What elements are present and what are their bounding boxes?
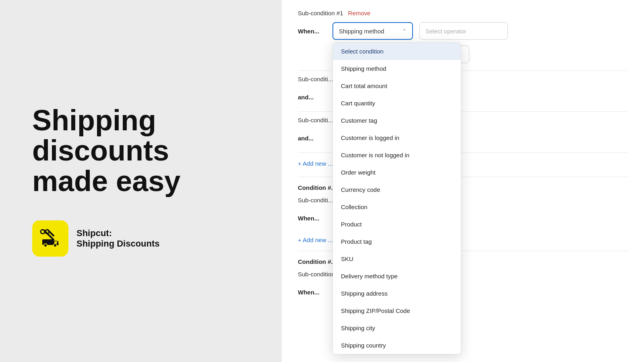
add-new-label-1: + Add new (298, 160, 326, 167)
operator-placeholder: Select operator (425, 28, 466, 35)
svg-rect-8 (54, 241, 57, 243)
dropdown-item-12[interactable]: SKU (333, 250, 461, 267)
dropdown-item-8[interactable]: Currency code (333, 181, 461, 198)
svg-point-3 (45, 230, 49, 234)
dropdown-item-15[interactable]: Shipping ZIP/Postal Code (333, 302, 461, 319)
hero-title: Shipping discounts made easy (32, 105, 180, 197)
dropdown-item-17[interactable]: Shipping country (333, 337, 461, 354)
svg-point-7 (54, 244, 57, 247)
brand-block: Shipcut: Shipping Discounts (32, 220, 160, 257)
brand-svg (38, 226, 62, 251)
dropdown-item-2[interactable]: Cart total amount (333, 77, 461, 95)
when-row-1: When... Shipping method ⌃ Select operato… (298, 22, 628, 40)
subcondition3-text: Sub-conditi... (298, 117, 333, 123)
dropdown-item-9[interactable]: Collection (333, 198, 461, 216)
dropdown-item-14[interactable]: Shipping address (333, 285, 461, 302)
right-panel: Sub-condition #1 Remove When... Shipping… (282, 0, 644, 362)
dropdown-item-1[interactable]: Shipping method (333, 60, 461, 77)
condition-select-value: Shipping method (339, 28, 384, 35)
dropdown-item-10[interactable]: Product (333, 216, 461, 233)
svg-point-6 (44, 244, 47, 247)
left-panel: Shipping discounts made easy (0, 0, 282, 362)
dropdown-item-7[interactable]: Order weight (333, 164, 461, 181)
add-new-btn-1[interactable]: + Add new... (298, 156, 333, 171)
brand-icon (32, 220, 68, 257)
when-label-2: When... (298, 215, 326, 222)
condition-dropdown[interactable]: Select conditionShipping methodCart tota… (332, 42, 461, 354)
dropdown-item-13[interactable]: Delivery method type (333, 267, 461, 285)
remove-link[interactable]: Remove (348, 10, 371, 16)
add-new-label-2: + Add new (298, 237, 326, 243)
svg-point-2 (41, 230, 45, 234)
condition-select-1[interactable]: Shipping method ⌃ (332, 22, 413, 40)
subcondition4-text: Sub-conditi... (298, 197, 333, 204)
and-label-2: and... (298, 135, 326, 142)
right-content: Sub-condition #1 Remove When... Shipping… (282, 0, 644, 362)
dropdown-item-6[interactable]: Customer is not logged in (333, 146, 461, 164)
dropdown-item-3[interactable]: Cart quantity (333, 95, 461, 112)
when-label-3: When... (298, 289, 326, 296)
dropdown-item-11[interactable]: Product tag (333, 233, 461, 250)
subcondition2-text: Sub-conditi... (298, 76, 333, 82)
subcondition1-label: Sub-condition #1 (298, 10, 343, 16)
add-new-btn-2[interactable]: + Add new... (298, 232, 333, 247)
chevron-down-icon: ⌃ (402, 28, 407, 34)
brand-name: Shipcut: (76, 228, 160, 239)
brand-text-block: Shipcut: Shipping Discounts (76, 228, 160, 249)
dropdown-item-5[interactable]: Customer is logged in (333, 129, 461, 146)
dropdown-item-0[interactable]: Select condition (333, 43, 461, 60)
dropdown-item-4[interactable]: Customer tag (333, 112, 461, 129)
subcondition1-header: Sub-condition #1 Remove (298, 8, 628, 16)
when-label-1: When... (298, 28, 326, 35)
brand-subtitle: Shipping Discounts (76, 239, 160, 249)
operator-select-1[interactable]: Select operator (419, 22, 508, 40)
dropdown-item-16[interactable]: Shipping city (333, 319, 461, 337)
and-label-1: and... (298, 94, 326, 101)
